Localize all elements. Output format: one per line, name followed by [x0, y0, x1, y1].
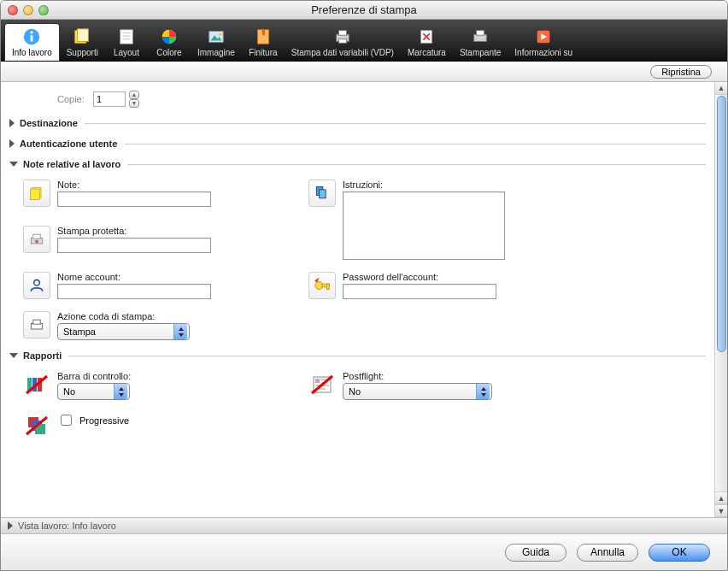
tab-finitura[interactable]: Finitura	[242, 24, 285, 61]
tab-label: Supporti	[67, 48, 98, 57]
stepper-down-icon[interactable]: ▼	[129, 99, 139, 108]
copies-label: Copie:	[57, 94, 93, 104]
svg-rect-4	[78, 29, 89, 42]
disclosure-closed-icon	[8, 521, 13, 530]
section-title: Note relative al lavoro	[23, 159, 120, 169]
disclosure-open-icon	[9, 353, 18, 358]
tab-label: Informazioni su	[514, 48, 572, 57]
cancel-button[interactable]: Annulla	[577, 544, 638, 562]
svg-rect-5	[120, 30, 133, 44]
account-name-icon	[23, 272, 50, 299]
close-window-button[interactable]	[8, 5, 18, 15]
postflight-off-icon	[308, 371, 336, 398]
tab-info-lavoro[interactable]: Info lavoro	[4, 23, 60, 61]
finishing-icon	[254, 27, 273, 46]
tab-label: Immagine	[197, 48, 235, 57]
printer-icon	[471, 27, 490, 46]
tab-colore[interactable]: Colore	[148, 24, 191, 61]
stepper-up-icon[interactable]: ▲	[129, 91, 139, 99]
tab-layout[interactable]: Layout	[105, 24, 148, 61]
select-arrows-icon	[114, 384, 127, 399]
section-note[interactable]: Note relative al lavoro	[6, 154, 706, 174]
about-icon	[534, 27, 553, 46]
tab-marcatura[interactable]: Marcatura	[401, 24, 453, 61]
password-account-input[interactable]	[343, 284, 496, 299]
copies-input[interactable]	[93, 91, 126, 107]
button-bar: Guida Annulla OK	[1, 534, 727, 570]
progressive-checkbox[interactable]	[61, 415, 72, 426]
section-autenticazione[interactable]: Autenticazione utente	[6, 133, 706, 154]
instructions-icon	[308, 180, 336, 207]
field-label: Azione coda di stampa:	[57, 311, 288, 321]
nome-account-input[interactable]	[57, 284, 211, 299]
field-postflight: Postflight: No	[308, 371, 573, 400]
svg-rect-35	[33, 320, 40, 324]
select-arrows-icon	[173, 324, 187, 339]
field-stampa-protetta: Stampa protetta:	[23, 226, 288, 260]
printer-data-icon	[333, 27, 352, 46]
note-input[interactable]	[57, 191, 211, 207]
vertical-scrollbar[interactable]: ▲ ▲ ▼	[714, 82, 727, 517]
tab-label: Info lavoro	[12, 48, 52, 57]
svg-point-29	[34, 280, 40, 286]
tab-label: Layout	[114, 48, 139, 57]
barra-controllo-select[interactable]: No	[57, 383, 130, 400]
svg-point-12	[219, 32, 222, 36]
image-icon	[207, 27, 226, 46]
section-vista-lavoro[interactable]: Vista lavoro: Info lavoro	[1, 517, 727, 534]
print-queue-icon	[23, 311, 50, 338]
field-progressive: Progressive	[23, 412, 288, 439]
tab-label: Marcatura	[408, 48, 446, 57]
tab-supporti[interactable]: Supporti	[60, 24, 105, 61]
istruzioni-textarea[interactable]	[343, 191, 505, 260]
svg-rect-27	[33, 234, 40, 238]
section-destinazione[interactable]: Destinazione	[6, 113, 706, 133]
field-nome-account: Nome account:	[23, 272, 288, 299]
field-label: Note:	[57, 180, 288, 190]
disclosure-open-icon	[9, 162, 18, 167]
svg-point-2	[31, 31, 33, 33]
tab-label: Stampante	[460, 48, 501, 57]
tab-immagine[interactable]: Immagine	[191, 24, 242, 61]
select-arrows-icon	[476, 384, 490, 399]
minimize-window-button[interactable]	[23, 5, 33, 15]
reset-button[interactable]: Ripristina	[650, 65, 712, 79]
svg-rect-32	[327, 284, 330, 289]
control-bar-off-icon	[23, 371, 50, 398]
toolbar: Info lavoro Supporti Layout Colore Immag…	[1, 20, 727, 62]
tab-stampante[interactable]: Stampante	[453, 24, 508, 61]
select-value: Stampa	[63, 327, 96, 337]
tab-vdp[interactable]: Stampa dati variabili (VDP)	[285, 24, 401, 61]
field-note: Note:	[23, 180, 288, 214]
coda-stampa-select[interactable]: Stampa	[57, 323, 190, 340]
svg-rect-28	[35, 240, 38, 243]
zoom-window-button[interactable]	[38, 5, 49, 15]
select-value: No	[63, 386, 75, 397]
select-value: No	[349, 386, 361, 397]
field-coda-stampa: Azione coda di stampa: Stampa	[23, 311, 288, 340]
svg-rect-23	[31, 189, 40, 200]
field-label: Barra di controllo:	[57, 371, 288, 381]
tab-label: Finitura	[249, 48, 277, 57]
scroll-down-icon[interactable]: ▼	[715, 504, 727, 517]
help-button[interactable]: Guida	[505, 544, 567, 562]
stampa-protetta-input[interactable]	[57, 238, 211, 253]
postflight-select[interactable]: No	[343, 383, 492, 400]
scroll-up-icon[interactable]: ▲	[715, 492, 727, 504]
media-icon	[73, 27, 91, 46]
section-title: Autenticazione utente	[20, 138, 117, 149]
section-rapporti[interactable]: Rapporti	[6, 345, 706, 366]
field-istruzioni: Istruzioni:	[308, 180, 573, 260]
progressive-off-icon	[23, 412, 50, 439]
info-icon	[22, 27, 41, 46]
copies-stepper[interactable]: ▲ ▼	[129, 91, 139, 108]
tab-informazioni[interactable]: Informazioni su	[508, 24, 579, 61]
field-label: Nome account:	[57, 272, 288, 282]
section-title: Vista lavoro: Info lavoro	[18, 521, 116, 531]
secure-print-icon	[23, 226, 50, 253]
scroll-up-icon[interactable]: ▲	[715, 82, 727, 95]
ok-button[interactable]: OK	[649, 544, 710, 562]
scroll-thumb[interactable]	[717, 96, 726, 352]
field-password-account: Password dell'account:	[308, 272, 573, 299]
section-title: Destinazione	[20, 118, 78, 128]
